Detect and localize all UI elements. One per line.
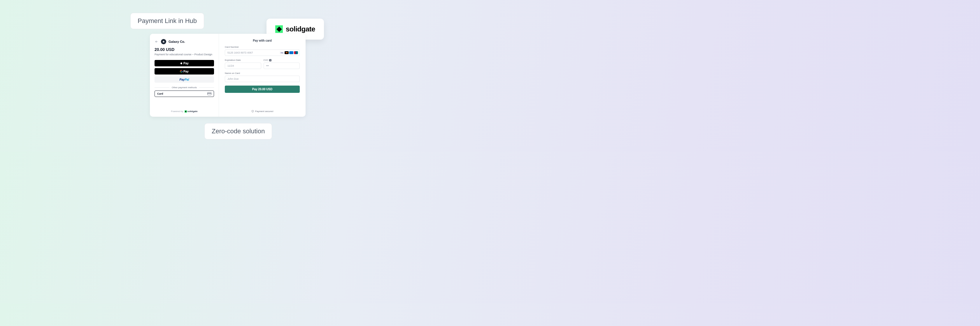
- powered-by-logo: solidgate: [185, 110, 198, 112]
- payment-divider: Other payment methods: [154, 86, 214, 89]
- paypal-label: PayPal: [180, 78, 189, 81]
- apple-icon: [180, 62, 183, 65]
- brand-name: solidgate: [286, 25, 315, 33]
- powered-by-text: Powered by: [171, 110, 183, 112]
- card-number-label: Card Number: [225, 46, 300, 48]
- card-icon: [207, 92, 212, 95]
- apple-pay-label: Pay: [183, 62, 189, 65]
- visa-icon: VISA: [280, 51, 284, 54]
- google-pay-button[interactable]: Pay: [154, 68, 214, 74]
- merchant-row: Galaxy Co.: [154, 39, 214, 44]
- pay-submit-button[interactable]: Pay 20.00 USD: [225, 85, 300, 93]
- powered-brand-name: solidgate: [188, 110, 198, 112]
- back-arrow-icon[interactable]: [154, 40, 159, 44]
- merchant-logo-icon: [161, 39, 166, 44]
- card-payment-option[interactable]: Card: [154, 90, 214, 97]
- name-input[interactable]: [225, 76, 300, 82]
- checkout-left-panel: Galaxy Co. 20.00 USD Payment for educati…: [150, 34, 219, 117]
- unionpay-icon: [294, 51, 298, 54]
- payment-amount: 20.00 USD: [154, 47, 214, 52]
- cvc-label: CVC i: [264, 59, 300, 62]
- checkout-right-panel: Pay with card Card Number VISA Expiratio…: [219, 34, 305, 117]
- promo-label-top: Payment Link in Hub: [130, 13, 204, 29]
- powered-by-row: Powered by solidgate: [154, 106, 214, 112]
- promo-label-bottom: Zero-code solution: [204, 123, 272, 139]
- solidgate-logo-icon: [275, 25, 283, 33]
- checkout-card: Galaxy Co. 20.00 USD Payment for educati…: [150, 34, 305, 117]
- expiration-label: Expiration Date: [225, 59, 261, 62]
- info-icon[interactable]: i: [269, 59, 272, 62]
- expiration-input[interactable]: [225, 63, 261, 69]
- payment-description: Payment for educational course – Product…: [154, 53, 214, 56]
- shield-icon: [251, 110, 254, 112]
- form-title: Pay with card: [225, 39, 300, 42]
- card-brand-icons: VISA: [280, 51, 298, 54]
- apple-pay-button[interactable]: Pay: [154, 60, 214, 66]
- secured-text: Payment secured: [255, 110, 273, 112]
- merchant-name: Galaxy Co.: [169, 40, 185, 43]
- divider-label: Other payment methods: [172, 86, 197, 89]
- payment-secured-row: Payment secured: [225, 110, 300, 112]
- mastercard-icon: [285, 51, 289, 54]
- name-label: Name on Card: [225, 72, 300, 74]
- amex-icon: [289, 51, 293, 54]
- cvc-input[interactable]: [264, 63, 300, 69]
- paypal-button[interactable]: PayPal: [154, 76, 214, 83]
- google-icon: [180, 70, 183, 73]
- google-pay-label: Pay: [183, 70, 189, 73]
- card-option-label: Card: [157, 92, 163, 95]
